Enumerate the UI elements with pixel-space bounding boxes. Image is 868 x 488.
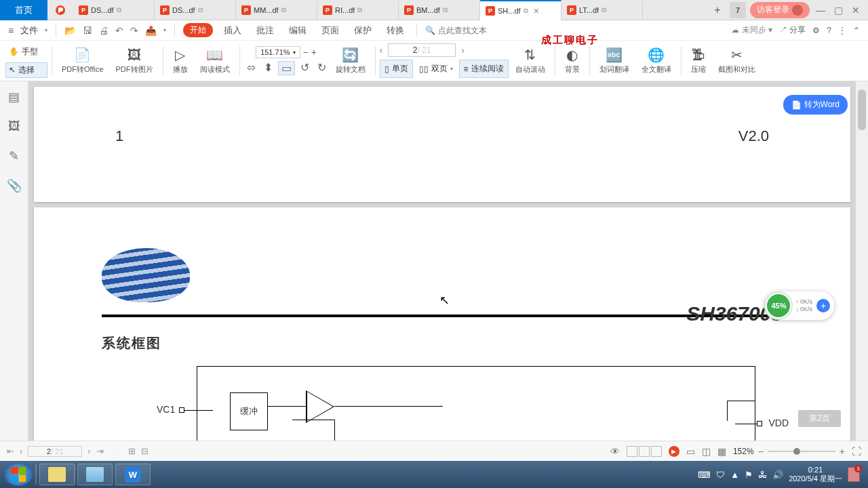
- tab-convert[interactable]: 转换: [382, 24, 408, 37]
- play-button[interactable]: ▷播放: [167, 42, 193, 80]
- fullscreen-icon[interactable]: ⛶: [852, 446, 861, 457]
- doc-tab-5[interactable]: PSH...df⧉×: [480, 0, 561, 20]
- background[interactable]: ◐背景: [559, 42, 585, 80]
- zoom-slider[interactable]: [768, 451, 835, 452]
- home-tab[interactable]: 首页: [0, 0, 47, 20]
- tray-keyboard-icon[interactable]: ⌨: [698, 470, 711, 480]
- bookmarks-icon[interactable]: 🖼: [8, 119, 20, 134]
- tray-flag-icon[interactable]: ⚑: [745, 470, 753, 480]
- more-icon[interactable]: ⋮: [838, 26, 846, 35]
- start-button[interactable]: [4, 463, 33, 486]
- settings-icon[interactable]: ⚙: [812, 26, 820, 35]
- rotate-right-icon[interactable]: ↻: [315, 61, 329, 75]
- rotate-doc[interactable]: 🔄旋转文档: [330, 42, 371, 80]
- docer-icon[interactable]: [47, 0, 73, 20]
- new-tab-button[interactable]: +: [709, 2, 726, 18]
- system-monitor-widget[interactable]: 45% 0K/s0K/s +: [764, 291, 834, 320]
- double-page-mode[interactable]: ▯▯双页▾: [414, 60, 458, 78]
- prev-page-icon[interactable]: ‹: [20, 446, 22, 456]
- zoom-value[interactable]: 151.71%▾: [256, 46, 300, 58]
- single-page-mode[interactable]: ▯单页: [380, 60, 413, 78]
- sync-status[interactable]: ☁ 未同步 ▾: [731, 24, 772, 36]
- tray-notification[interactable]: 3: [848, 467, 860, 482]
- annotations-icon[interactable]: ✎: [9, 148, 19, 163]
- tab-start[interactable]: 开始: [183, 23, 213, 37]
- taskbar-photos[interactable]: [77, 464, 113, 485]
- tab-insert[interactable]: 插入: [220, 24, 245, 37]
- full-translate[interactable]: 🌐全文翻译: [636, 42, 677, 80]
- last-page-icon[interactable]: ⇥: [96, 446, 104, 456]
- close-icon[interactable]: ×: [534, 5, 539, 16]
- view1-icon[interactable]: ▭: [686, 446, 695, 457]
- thumbnails-icon[interactable]: ▤: [8, 89, 20, 104]
- fit-width-icon[interactable]: ⬄: [244, 61, 258, 75]
- doc-tab-3[interactable]: PRI...df⧉: [317, 1, 399, 19]
- remove-page-icon[interactable]: ⊟: [141, 446, 149, 456]
- vertical-scrollbar[interactable]: [856, 81, 868, 441]
- tray-up-icon[interactable]: ▲: [730, 470, 739, 480]
- taskbar-wps[interactable]: W: [115, 464, 151, 485]
- first-page-icon[interactable]: ⇤: [7, 446, 14, 456]
- tray-shield-icon[interactable]: 🛡: [716, 470, 725, 480]
- view2-icon[interactable]: ◫: [702, 446, 711, 457]
- read-mode[interactable]: 📖阅读模式: [195, 42, 235, 80]
- help-icon[interactable]: ?: [827, 26, 831, 35]
- doc-tab-6[interactable]: PLT...df⧉: [561, 1, 643, 19]
- screenshot-compare[interactable]: ✂截图和对比: [713, 42, 761, 80]
- doc-tab-2[interactable]: PMM...df⧉: [236, 1, 317, 19]
- next-page[interactable]: ›: [461, 45, 465, 56]
- select-tool[interactable]: ↖选择: [5, 62, 47, 78]
- search-input[interactable]: [438, 26, 506, 35]
- search-box[interactable]: 🔍: [425, 26, 506, 35]
- minimize-button[interactable]: —: [814, 5, 827, 16]
- eye-icon[interactable]: 👁: [610, 446, 620, 457]
- continuous-mode[interactable]: ≡连续阅读: [459, 60, 509, 78]
- export-icon[interactable]: 📤: [145, 25, 157, 36]
- doc-tab-4[interactable]: PBM...df⧉: [399, 1, 480, 19]
- doc-tab-0[interactable]: PDS...df⧉: [73, 1, 155, 19]
- tray-clock[interactable]: 0:212020/5/4 星期一: [789, 466, 842, 483]
- tab-protect[interactable]: 保护: [350, 24, 376, 37]
- zoom-out-icon[interactable]: −: [303, 47, 309, 58]
- layout-buttons[interactable]: [627, 446, 662, 457]
- file-menu[interactable]: 文件: [20, 24, 38, 37]
- view3-icon[interactable]: ▦: [717, 446, 726, 457]
- zoom-out-btn[interactable]: −: [758, 446, 764, 457]
- menu-icon[interactable]: ≡: [8, 25, 14, 36]
- close-window-button[interactable]: ✕: [849, 5, 863, 16]
- auto-scroll[interactable]: ⇅自动滚动: [510, 42, 551, 80]
- undo-icon[interactable]: ↶: [115, 25, 123, 36]
- hand-tool[interactable]: ✋手型: [5, 44, 47, 60]
- share-button[interactable]: ↗ 分享: [779, 24, 806, 36]
- tab-page[interactable]: 页面: [317, 24, 343, 37]
- record-icon[interactable]: ▶: [669, 446, 679, 457]
- zoom-in-icon[interactable]: +: [311, 47, 317, 58]
- scroll-thumb[interactable]: [858, 89, 866, 130]
- document-viewport[interactable]: 1V2.0 SH367003 系统框图 VC1 缓冲 VDD: [28, 81, 856, 441]
- page-input[interactable]: 2/ 21: [28, 446, 82, 457]
- doc-tab-1[interactable]: PDS...df⧉: [155, 1, 236, 19]
- collapse-ribbon-icon[interactable]: ⌃: [853, 26, 860, 35]
- convert-to-word-button[interactable]: 📄转为Word: [783, 95, 848, 115]
- tab-count[interactable]: 7: [730, 2, 746, 18]
- save-icon[interactable]: 🖫: [83, 25, 92, 36]
- zoom-in-btn[interactable]: +: [840, 446, 845, 457]
- fit-page-icon[interactable]: ⬍: [261, 61, 275, 75]
- rotate-left-icon[interactable]: ↺: [298, 61, 312, 75]
- page-field[interactable]: 2/ 21: [388, 43, 456, 57]
- print-icon[interactable]: 🖨: [99, 25, 108, 36]
- tray-volume-icon[interactable]: 🔊: [772, 470, 783, 480]
- tray-network-icon[interactable]: 🖧: [758, 470, 767, 480]
- tab-edit[interactable]: 编辑: [285, 24, 311, 37]
- prev-page[interactable]: ‹: [380, 45, 383, 56]
- actual-size-icon[interactable]: ▭: [278, 61, 295, 75]
- pdf-to-office[interactable]: 📄PDF转Office: [56, 42, 109, 80]
- add-page-icon[interactable]: ⊞: [128, 446, 136, 456]
- open-icon[interactable]: 📂: [64, 25, 76, 36]
- pdf-to-image[interactable]: 🖼PDF转图片: [111, 42, 159, 80]
- word-translate[interactable]: 🔤划词翻译: [594, 42, 635, 80]
- tab-annotate[interactable]: 批注: [252, 24, 278, 37]
- attachments-icon[interactable]: 📎: [7, 178, 22, 193]
- taskbar-explorer[interactable]: [39, 464, 75, 485]
- next-page-icon[interactable]: ›: [87, 446, 90, 456]
